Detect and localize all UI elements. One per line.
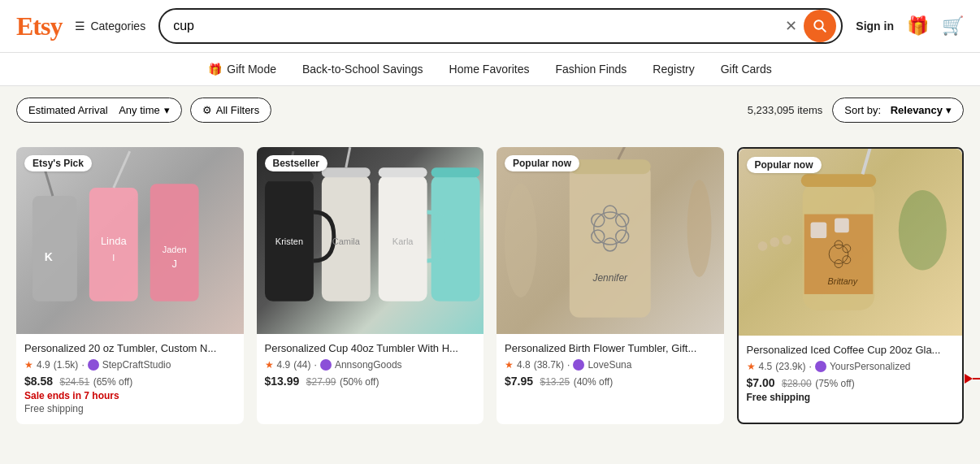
svg-text:Brittany: Brittany (827, 276, 857, 286)
filter-left: Estimated Arrival Any time ▾ ⚙ All Filte… (16, 98, 271, 123)
svg-rect-4 (150, 184, 199, 301)
svg-line-35 (618, 147, 627, 159)
estimated-arrival-filter[interactable]: Estimated Arrival Any time ▾ (16, 98, 182, 123)
shop-badge-3 (573, 359, 584, 371)
nav-item-registry[interactable]: Registry (653, 63, 694, 76)
free-ship-1: Free shipping (24, 403, 236, 414)
etsy-logo[interactable]: Etsy (16, 11, 62, 41)
product-card-4[interactable]: Brittany Popular now Personalized Iced C… (737, 147, 965, 424)
product-card-3[interactable]: Jennifer Popular now Personalized Birth … (497, 147, 724, 424)
svg-text:K: K (45, 250, 53, 263)
shop-badge-1 (88, 359, 99, 371)
sale-tag-1: Sale ends in 7 hours (24, 390, 236, 401)
svg-text:Karla: Karla (392, 236, 414, 246)
svg-rect-18 (378, 167, 427, 177)
search-bar: ✕ (158, 8, 843, 44)
free-ship-4: Free shipping (747, 392, 955, 403)
svg-point-52 (770, 237, 779, 247)
filter-right: 5,233,095 items Sort by: Relevancy ▾ (748, 98, 964, 123)
svg-rect-41 (810, 222, 826, 238)
svg-rect-39 (800, 174, 875, 187)
svg-text:Jaden: Jaden (163, 245, 187, 254)
star-icon: ★ (747, 361, 756, 372)
product-meta-1: ★ 4.9 (1.5k) · StepCraftStudio (24, 359, 236, 371)
svg-text:Camila: Camila (332, 236, 360, 246)
hamburger-icon: ☰ (75, 20, 85, 33)
all-filters-button[interactable]: ⚙ All Filters (190, 98, 271, 123)
svg-text:I: I (112, 253, 115, 262)
svg-line-21 (345, 147, 349, 167)
nav-item-gift-cards[interactable]: Gift Cards (721, 63, 772, 76)
product-image-2: Kristen Camila Karla (257, 147, 484, 334)
nav-item-gift-mode[interactable]: 🎁 Gift Mode (208, 63, 276, 76)
svg-rect-17 (321, 167, 370, 177)
gift-icon[interactable]: 🎁 (907, 15, 929, 37)
chevron-down-icon: ▾ (946, 104, 952, 116)
svg-rect-16 (264, 171, 313, 181)
badge-4: Popular now (747, 157, 822, 173)
product-title-4: Personalized Iced Coffee Cup 20oz Gla... (747, 344, 955, 358)
shop-badge-4 (815, 361, 826, 372)
header: Etsy ☰ Categories ✕ Sign in 🎁 🛒 (0, 0, 980, 53)
header-actions: Sign in 🎁 🛒 (856, 15, 964, 37)
svg-rect-25 (570, 163, 651, 318)
nav-item-back-to-school[interactable]: Back-to-School Savings (302, 63, 423, 76)
product-card-1[interactable]: K Linda I Jaden J Etsy's Pick Personaliz… (16, 147, 244, 424)
chevron-down-icon: ▾ (164, 104, 170, 116)
svg-point-50 (898, 190, 946, 270)
svg-rect-2 (33, 196, 77, 301)
svg-point-37 (687, 180, 712, 277)
cart-icon[interactable]: 🛒 (942, 15, 964, 37)
arrow-indicator (965, 374, 980, 384)
badge-1: Etsy's Pick (24, 155, 92, 171)
gift-mode-icon: 🎁 (208, 63, 222, 76)
svg-text:Linda: Linda (101, 235, 128, 247)
filter-icon: ⚙ (202, 104, 212, 116)
nav-bar: 🎁 Gift Mode Back-to-School Savings Home … (0, 53, 980, 86)
product-image-wrapper-3: Jennifer Popular now (497, 147, 724, 334)
badge-2: Bestseller (265, 155, 327, 171)
categories-button[interactable]: ☰ Categories (75, 20, 145, 33)
product-price-1: $8.58 $24.51 (65% off) (24, 374, 236, 388)
search-submit-button[interactable] (804, 10, 836, 42)
svg-line-6 (114, 151, 130, 188)
product-image-wrapper-2: Kristen Camila Karla Bestseller (257, 147, 484, 334)
star-icon: ★ (505, 359, 514, 371)
svg-text:Kristen: Kristen (275, 236, 302, 246)
product-card-2[interactable]: Kristen Camila Karla Bestseller Personal… (257, 147, 484, 424)
svg-rect-42 (835, 218, 849, 232)
product-image-4: Brittany (739, 149, 963, 336)
nav-item-home-favorites[interactable]: Home Favorites (449, 63, 530, 76)
product-meta-3: ★ 4.8 (38.7k) · LoveSuna (505, 359, 716, 371)
star-icon: ★ (265, 359, 274, 371)
badge-3: Popular now (505, 155, 579, 171)
product-grid: K Linda I Jaden J Etsy's Pick Personaliz… (0, 134, 980, 437)
product-info-1: Personalized 20 oz Tumbler, Custom N... … (16, 334, 244, 424)
nav-item-fashion-finds[interactable]: Fashion Finds (555, 63, 627, 76)
items-count: 5,233,095 items (748, 104, 823, 116)
svg-rect-26 (570, 159, 651, 174)
product-info-4: Personalized Iced Coffee Cup 20oz Gla...… (739, 336, 963, 413)
star-icon: ★ (24, 359, 33, 371)
sign-in-button[interactable]: Sign in (856, 20, 894, 33)
filter-bar: Estimated Arrival Any time ▾ ⚙ All Filte… (0, 86, 980, 134)
product-title-1: Personalized 20 oz Tumbler, Custom N... (24, 342, 236, 356)
product-price-2: $13.99 $27.99 (50% off) (265, 374, 476, 388)
product-price-3: $7.95 $13.25 (40% off) (505, 374, 716, 388)
search-input[interactable] (173, 12, 778, 40)
svg-rect-15 (431, 176, 479, 301)
search-clear-button[interactable]: ✕ (778, 14, 804, 38)
svg-line-1 (822, 28, 826, 32)
sort-button[interactable]: Sort by: Relevancy ▾ (832, 98, 964, 123)
svg-text:Jennifer: Jennifer (592, 272, 628, 284)
svg-point-36 (505, 184, 537, 297)
svg-point-53 (782, 235, 791, 245)
product-image-1: K Linda I Jaden J (16, 147, 244, 334)
product-image-wrapper-1: K Linda I Jaden J Etsy's Pick (16, 147, 244, 334)
product-image-3: Jennifer (497, 147, 724, 334)
svg-text:J: J (171, 258, 176, 270)
product-price-4: $7.00 $28.00 (75% off) (747, 375, 955, 390)
product-info-2: Personalized Cup 40oz Tumbler With H... … (257, 334, 484, 398)
product-meta-2: ★ 4.9 (44) · AnnsongGoods (265, 359, 476, 371)
svg-rect-19 (431, 167, 479, 177)
